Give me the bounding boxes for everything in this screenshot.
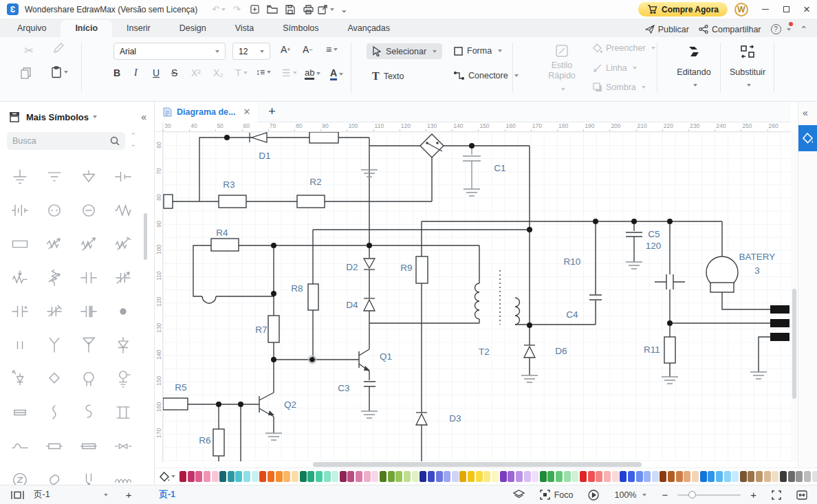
symbol-earth-ground[interactable] xyxy=(3,160,37,193)
strikethrough-icon[interactable]: S xyxy=(171,67,177,78)
symbol-variable-capacitor[interactable] xyxy=(106,261,140,294)
color-swatch[interactable] xyxy=(612,471,619,482)
symbol-tapped-resistor[interactable] xyxy=(37,261,72,294)
symbol-antenna-triangle[interactable] xyxy=(72,328,106,362)
symbol-preset-resistor[interactable] xyxy=(106,227,140,261)
symbol-coil[interactable] xyxy=(72,395,106,429)
list-icon[interactable]: ☰ xyxy=(282,67,297,78)
hscroll-thumb[interactable] xyxy=(313,462,642,467)
color-swatch[interactable] xyxy=(780,471,787,482)
color-swatch[interactable] xyxy=(252,471,259,482)
color-swatch[interactable] xyxy=(684,471,690,482)
color-swatch[interactable] xyxy=(283,471,290,482)
sidebar-collapse-icon[interactable]: « xyxy=(141,111,146,122)
color-swatch[interactable] xyxy=(588,471,595,482)
color-swatch[interactable] xyxy=(604,471,611,482)
maximize-button[interactable] xyxy=(776,1,796,18)
color-swatch[interactable] xyxy=(420,471,426,482)
export-icon[interactable] xyxy=(317,3,335,16)
highlight-icon[interactable]: ab xyxy=(305,67,320,80)
symbol-antenna-ground[interactable] xyxy=(106,362,140,395)
symbol-fuse-bowtie[interactable] xyxy=(106,429,140,463)
fullscreen-button[interactable] xyxy=(772,490,781,500)
document-tab[interactable]: Diagrama de... ✕ xyxy=(155,102,257,122)
menu-tab-arquivo[interactable]: Arquivo xyxy=(3,20,61,37)
symbol-potentiometer[interactable] xyxy=(72,227,106,261)
zoom-slider[interactable] xyxy=(677,494,741,496)
color-swatch[interactable] xyxy=(508,471,514,482)
fill-button[interactable]: Preencher xyxy=(593,43,655,53)
quick-style-button[interactable]: Estilo Rápido xyxy=(541,44,583,94)
color-swatch[interactable] xyxy=(500,471,507,482)
line-button[interactable]: Linha xyxy=(593,63,637,73)
color-swatch[interactable] xyxy=(195,471,202,482)
color-swatch[interactable] xyxy=(547,471,554,482)
shape-tool-button[interactable]: Forma xyxy=(448,43,508,58)
italic-icon[interactable]: I xyxy=(134,67,138,78)
symbol-arc[interactable] xyxy=(37,395,72,429)
color-swatch[interactable] xyxy=(179,471,186,482)
color-swatch[interactable] xyxy=(812,471,817,482)
symbol-core[interactable] xyxy=(106,395,140,429)
symbol-circle-dash[interactable] xyxy=(37,193,72,227)
page-selector[interactable]: 页-1 xyxy=(34,489,50,501)
color-swatch[interactable] xyxy=(468,471,475,482)
symbol-polarized-capacitor[interactable] xyxy=(3,294,37,328)
color-swatch[interactable] xyxy=(340,471,347,482)
color-swatch[interactable] xyxy=(556,471,563,482)
color-swatch[interactable] xyxy=(404,471,411,482)
menu-tab-início[interactable]: Início xyxy=(61,20,112,37)
replace-button[interactable]: Substituir xyxy=(726,44,769,89)
color-swatch[interactable] xyxy=(748,471,754,482)
color-swatch[interactable] xyxy=(652,471,659,482)
menu-tab-inserir[interactable]: Inserir xyxy=(112,20,165,37)
symbol-wave[interactable] xyxy=(3,429,37,463)
color-swatch[interactable] xyxy=(740,471,747,482)
color-swatch[interactable] xyxy=(660,471,666,482)
superscript-icon[interactable]: X² xyxy=(191,67,201,78)
print-icon[interactable] xyxy=(299,3,317,16)
focus-button[interactable]: Foco xyxy=(540,490,574,500)
symbol-variable-resistor[interactable] xyxy=(37,227,72,261)
search-input[interactable] xyxy=(12,136,102,146)
right-panel-collapse-icon[interactable]: « xyxy=(803,107,808,118)
color-swatch[interactable] xyxy=(347,471,354,482)
symbol-fuse-block[interactable] xyxy=(3,395,37,429)
drawing-canvas[interactable]: D1R3R2C1R4R8D2R9R10C5120BATERY3D4T2C4R7Q… xyxy=(163,132,791,462)
active-page-tab[interactable]: 页-1 xyxy=(159,489,175,501)
symbol-chassis-ground[interactable] xyxy=(37,160,72,193)
color-swatch[interactable] xyxy=(596,471,602,482)
symbol-oval-shape[interactable] xyxy=(37,463,72,485)
color-swatch[interactable] xyxy=(516,471,523,482)
symbol-inductor[interactable] xyxy=(106,463,140,485)
symbol-search[interactable] xyxy=(7,132,125,150)
color-swatch[interactable] xyxy=(628,471,635,482)
symbol-fuse-line[interactable] xyxy=(72,429,106,463)
symbol-junction[interactable] xyxy=(106,294,140,328)
color-swatch[interactable] xyxy=(268,471,274,482)
menu-tab-avançadas[interactable]: Avançadas xyxy=(333,20,404,37)
symbol-circle-minus[interactable] xyxy=(72,193,106,227)
symbol-capacitor[interactable] xyxy=(72,261,106,294)
page-selector-caret[interactable] xyxy=(104,494,108,496)
color-swatch[interactable] xyxy=(219,471,226,482)
color-swatch[interactable] xyxy=(724,471,731,482)
color-swatch[interactable] xyxy=(292,471,298,482)
color-swatch[interactable] xyxy=(732,471,739,482)
text-tool-button[interactable]: T Texto xyxy=(367,67,410,85)
color-swatch[interactable] xyxy=(483,471,490,482)
symbol-lamp[interactable] xyxy=(72,362,106,395)
copy-icon[interactable] xyxy=(21,67,32,79)
color-swatch[interactable] xyxy=(316,471,323,482)
line-spacing-icon[interactable]: ↕≡ xyxy=(256,67,271,77)
color-swatch[interactable] xyxy=(204,471,210,482)
symbol-meter[interactable] xyxy=(3,463,37,485)
select-tool-button[interactable]: Selecionar xyxy=(367,43,442,59)
zoom-select[interactable]: 100% xyxy=(614,490,646,500)
color-swatch[interactable] xyxy=(436,471,443,482)
color-swatch[interactable] xyxy=(188,471,195,482)
menu-tab-vista[interactable]: Vista xyxy=(221,20,269,37)
color-swatch[interactable] xyxy=(644,471,651,482)
sidebar-title[interactable]: Mais Símbolos xyxy=(26,112,89,122)
cut-icon[interactable]: ✂ xyxy=(21,43,37,58)
